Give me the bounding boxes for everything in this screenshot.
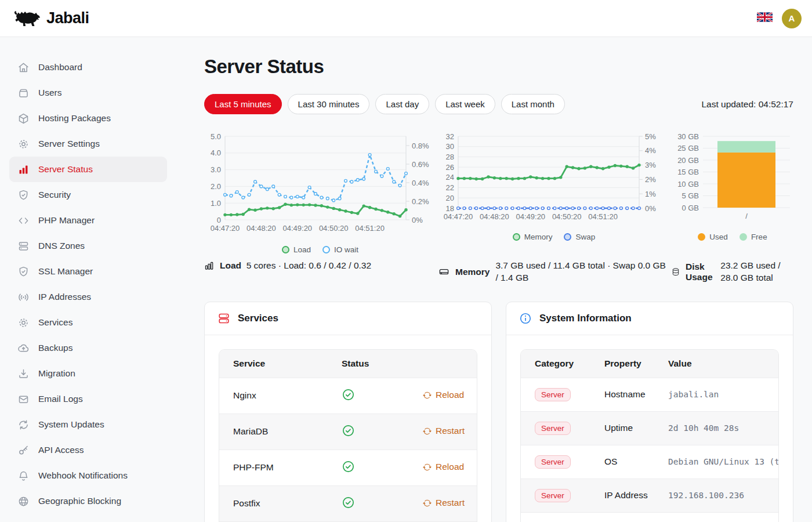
memory-chart-svg: 32302826242220185%4%3%2%1%0%04:47:2004:4… xyxy=(438,128,669,230)
sidebar-item-users[interactable]: Users xyxy=(9,80,167,106)
svg-text:15 GB: 15 GB xyxy=(677,168,699,176)
brand[interactable]: Jabali xyxy=(13,8,89,30)
sidebar-item-migration[interactable]: Migration xyxy=(9,361,167,386)
sidebar-item-dns-zones[interactable]: DNS Zones xyxy=(9,233,167,259)
sidebar-item-dashboard[interactable]: Dashboard xyxy=(9,55,167,80)
sidebar-item-hosting-packages[interactable]: Hosting Packages xyxy=(9,106,167,131)
system-info-table: Category Property Value ServerHostnameja… xyxy=(521,350,778,522)
sidebar-item-label: DNS Zones xyxy=(38,241,85,251)
services-col-service: Service xyxy=(219,350,328,378)
legend-load[interactable]: Load xyxy=(282,245,311,254)
svg-text:28: 28 xyxy=(446,153,454,161)
sidebar-item-services[interactable]: Services xyxy=(9,310,167,335)
svg-text:30 GB: 30 GB xyxy=(677,132,699,141)
sidebar-item-ip-addresses[interactable]: IP Addresses xyxy=(9,284,167,310)
svg-text:30: 30 xyxy=(446,142,454,151)
sidebar-item-server-status[interactable]: Server Status xyxy=(9,157,167,182)
svg-text:5.0: 5.0 xyxy=(211,132,221,141)
sidebar-item-label: Geographic Blocking xyxy=(38,496,121,506)
range-last-week[interactable]: Last week xyxy=(435,94,495,114)
svg-text:/: / xyxy=(745,212,748,220)
service-status xyxy=(328,378,409,414)
stats-row: Load 5 cores · Load: 0.6 / 0.42 / 0.32 M… xyxy=(204,260,793,284)
service-name: Postfix xyxy=(219,485,328,521)
sidebar-item-label: Email Logs xyxy=(38,394,83,404)
service-action-restart[interactable]: Restart xyxy=(423,426,465,436)
users-icon xyxy=(17,86,30,99)
page-title: Server Status xyxy=(204,56,793,78)
svg-text:26: 26 xyxy=(446,163,454,172)
sidebar-item-system-updates[interactable]: System Updates xyxy=(9,412,167,437)
service-action-reload[interactable]: Reload xyxy=(423,462,464,472)
legend-swap[interactable]: Swap xyxy=(564,233,595,241)
legend-free[interactable]: Free xyxy=(740,233,767,241)
legend-io-wait[interactable]: IO wait xyxy=(322,245,358,254)
service-action-restart[interactable]: Restart xyxy=(423,498,465,508)
svg-text:10 GB: 10 GB xyxy=(677,180,699,188)
service-name: MariaDB xyxy=(219,414,328,449)
svg-text:0.4%: 0.4% xyxy=(412,179,429,187)
sysinfo-row-os: ServerOSDebian GNU/Linux 13 (trixie) xyxy=(521,445,778,478)
sidebar-item-label: PHP Manager xyxy=(38,215,95,226)
svg-text:20 GB: 20 GB xyxy=(677,156,699,165)
legend-used[interactable]: Used xyxy=(698,233,728,241)
sidebar-item-security[interactable]: Security xyxy=(9,182,167,208)
disk-stat-label: Disk Usage xyxy=(686,262,715,282)
svg-text:3%: 3% xyxy=(645,161,656,169)
sidebar-item-php-manager[interactable]: PHP Manager xyxy=(9,208,167,233)
sidebar-item-label: Backups xyxy=(38,343,72,353)
status-ok-icon xyxy=(342,424,355,437)
sidebar-item-label: Dashboard xyxy=(38,62,82,72)
legend-memory[interactable]: Memory xyxy=(513,233,553,241)
sidebar-item-webhook-notifications[interactable]: Webhook Notifications xyxy=(9,463,167,488)
refresh-icon xyxy=(423,391,432,400)
main-content: Server Status Last 5 minutesLast 30 minu… xyxy=(176,37,812,522)
sidebar-item-server-settings[interactable]: Server Settings xyxy=(9,131,167,157)
key-icon xyxy=(17,444,30,456)
service-action-reload[interactable]: Reload xyxy=(423,390,464,400)
sysinfo-property: IP Address xyxy=(590,478,654,512)
svg-text:0: 0 xyxy=(217,216,221,224)
svg-text:04:47:20: 04:47:20 xyxy=(211,224,240,233)
range-last-30-minutes[interactable]: Last 30 minutes xyxy=(288,94,370,114)
svg-text:4.0: 4.0 xyxy=(211,148,221,157)
svg-text:2%: 2% xyxy=(645,175,656,184)
status-ok-icon xyxy=(342,496,355,509)
svg-text:5%: 5% xyxy=(645,132,656,141)
stack-icon xyxy=(17,240,30,252)
range-last-month[interactable]: Last month xyxy=(501,94,565,114)
sysinfo-value: 192.168.100.236 xyxy=(654,478,778,512)
brand-name: Jabali xyxy=(46,9,89,27)
chart-icon xyxy=(17,163,30,176)
mail-icon xyxy=(17,393,30,405)
svg-text:04:51:20: 04:51:20 xyxy=(588,212,618,221)
sidebar-item-label: Hosting Packages xyxy=(38,113,111,124)
sidebar-item-ssl-manager[interactable]: SSL Manager xyxy=(9,259,167,284)
load-chart-legend: LoadIO wait xyxy=(282,245,358,254)
gear-icon xyxy=(17,316,30,329)
svg-text:25 GB: 25 GB xyxy=(677,144,699,153)
memory-drive-icon xyxy=(438,266,449,277)
shield-icon xyxy=(17,265,30,278)
service-status xyxy=(328,414,409,449)
avatar[interactable]: A xyxy=(782,9,802,28)
load-chart: 5.04.03.02.01.000.8%0.6%0.4%0.2%0%04:47:… xyxy=(204,128,436,254)
sidebar-item-label: Webhook Notifications xyxy=(38,470,128,481)
sidebar-item-label: Services xyxy=(38,317,72,328)
sysinfo-row-uptime: ServerUptime2d 10h 40m 28s xyxy=(521,411,778,445)
range-last-5-minutes[interactable]: Last 5 minutes xyxy=(204,94,282,114)
sidebar-item-email-logs[interactable]: Email Logs xyxy=(9,386,167,412)
range-last-day[interactable]: Last day xyxy=(375,94,429,114)
service-name: Nginx xyxy=(219,378,328,414)
refresh-icon xyxy=(423,463,432,472)
svg-text:1%: 1% xyxy=(645,190,656,198)
sidebar-item-label: SSL Manager xyxy=(38,266,93,277)
sidebar-item-backups[interactable]: Backups xyxy=(9,335,167,361)
sidebar-item-api-access[interactable]: API Access xyxy=(9,437,167,463)
service-row-mariadb: MariaDBRestart xyxy=(219,414,477,449)
sidebar-item-geographic-blocking[interactable]: Geographic Blocking xyxy=(9,488,167,514)
language-flag-icon[interactable] xyxy=(757,12,773,24)
globe-icon xyxy=(17,495,30,507)
disk-chart-svg: 30 GB25 GB20 GB15 GB10 GB5 GB0 GB/ xyxy=(672,128,793,230)
service-row-postfix: PostfixRestart xyxy=(219,485,477,521)
